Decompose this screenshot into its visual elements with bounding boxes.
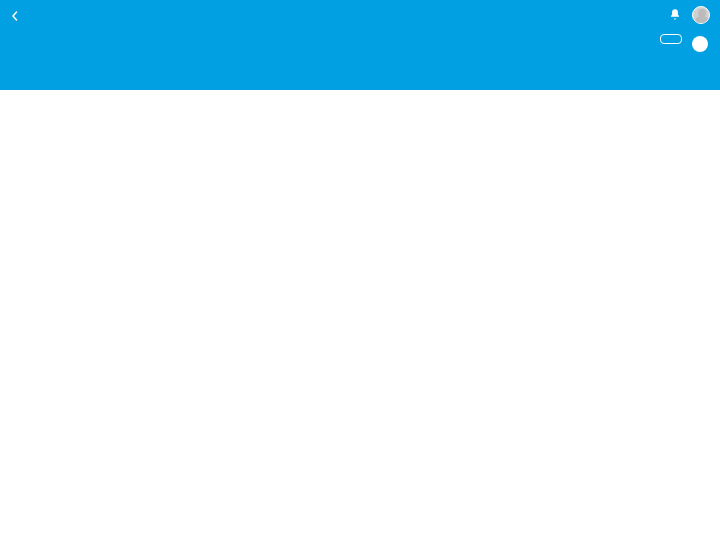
contact-us-button[interactable]	[660, 34, 682, 44]
header-right	[658, 6, 710, 24]
edges-layer	[0, 90, 720, 540]
avatar[interactable]	[692, 6, 710, 24]
bell-icon[interactable]	[668, 8, 682, 22]
app-header	[0, 0, 720, 90]
diagram-canvas[interactable]	[0, 90, 720, 540]
tabs	[22, 71, 42, 90]
back-icon[interactable]	[10, 8, 20, 24]
help-icon[interactable]	[692, 36, 708, 52]
